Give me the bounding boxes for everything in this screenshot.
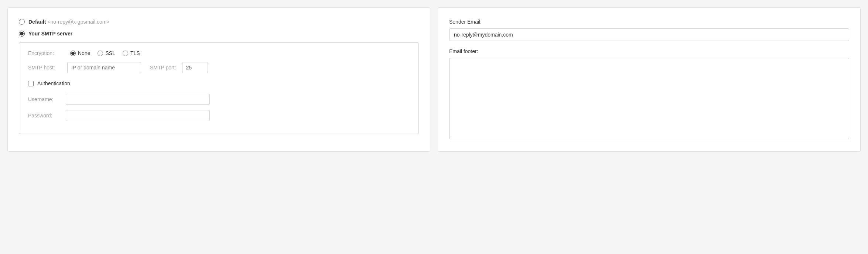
enc-none-label: None bbox=[78, 50, 90, 56]
default-label-text: Default bbox=[28, 19, 46, 25]
password-input[interactable] bbox=[66, 110, 210, 121]
default-radio[interactable] bbox=[19, 19, 25, 25]
left-panel: Default <no-repy@x-gpsmail.com> Your SMT… bbox=[7, 7, 430, 152]
enc-tls-option[interactable]: TLS bbox=[123, 50, 140, 56]
smtp-radio-option[interactable]: Your SMTP server bbox=[19, 31, 419, 37]
default-label: Default <no-repy@x-gpsmail.com> bbox=[28, 19, 110, 25]
enc-ssl-option[interactable]: SSL bbox=[98, 50, 115, 56]
right-panel: Sender Email: Email footer: bbox=[438, 7, 861, 152]
smtp-port-label: SMTP port: bbox=[150, 65, 176, 71]
auth-label: Authentication bbox=[37, 80, 70, 86]
auth-row: Authentication bbox=[28, 80, 410, 86]
username-input[interactable] bbox=[66, 94, 210, 105]
smtp-radio[interactable] bbox=[19, 31, 25, 37]
email-footer-textarea[interactable] bbox=[449, 58, 849, 139]
page-layout: Default <no-repy@x-gpsmail.com> Your SMT… bbox=[7, 7, 861, 152]
enc-ssl-label: SSL bbox=[105, 50, 115, 56]
enc-none-option[interactable]: None bbox=[70, 50, 90, 56]
smtp-host-label: SMTP host: bbox=[28, 65, 61, 71]
default-email-hint: <no-repy@x-gpsmail.com> bbox=[47, 19, 109, 25]
enc-ssl-radio[interactable] bbox=[98, 51, 103, 56]
smtp-host-port-row: SMTP host: SMTP port: bbox=[28, 62, 410, 73]
encryption-label: Encryption: bbox=[28, 50, 61, 56]
smtp-label: Your SMTP server bbox=[28, 31, 72, 37]
auth-checkbox[interactable] bbox=[28, 81, 34, 86]
username-label: Username: bbox=[28, 96, 61, 102]
smtp-host-input[interactable] bbox=[67, 62, 141, 73]
password-row: Password: bbox=[28, 110, 410, 121]
password-label: Password: bbox=[28, 113, 61, 119]
sender-email-input[interactable] bbox=[449, 28, 849, 41]
sender-email-label: Sender Email: bbox=[449, 19, 849, 25]
smtp-port-input[interactable] bbox=[182, 62, 208, 73]
enc-tls-label: TLS bbox=[130, 50, 140, 56]
enc-none-radio[interactable] bbox=[70, 51, 76, 56]
encryption-options: None SSL TLS bbox=[70, 50, 140, 56]
smtp-inner-box: Encryption: None SSL TLS bbox=[19, 42, 419, 134]
enc-tls-radio[interactable] bbox=[123, 51, 128, 56]
encryption-row: Encryption: None SSL TLS bbox=[28, 50, 410, 56]
email-footer-label: Email footer: bbox=[449, 48, 849, 54]
default-radio-option[interactable]: Default <no-repy@x-gpsmail.com> bbox=[19, 19, 419, 25]
username-row: Username: bbox=[28, 94, 410, 105]
